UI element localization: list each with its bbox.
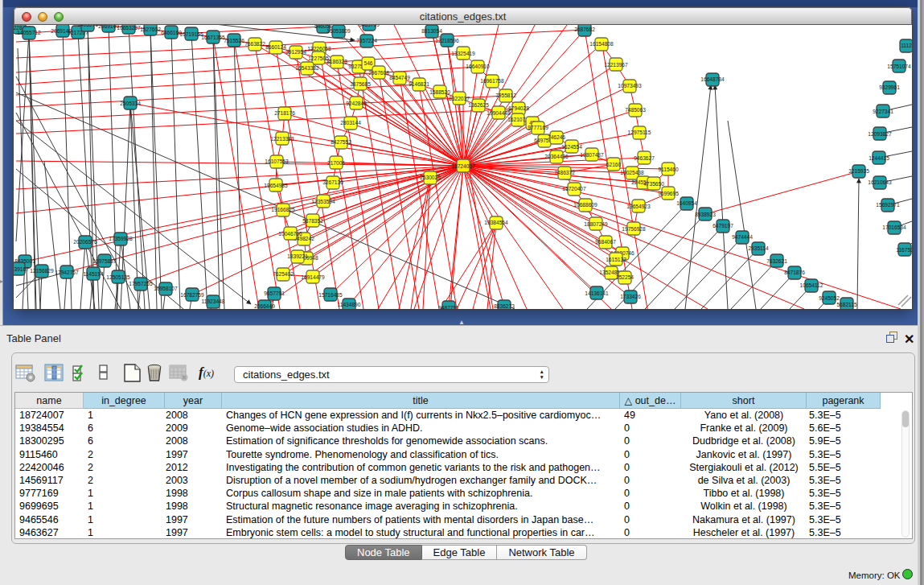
svg-text:12975115: 12975115	[628, 130, 651, 135]
svg-text:2803144: 2803144	[340, 120, 361, 126]
svg-text:18724007: 18724007	[451, 163, 475, 169]
svg-text:1244415: 1244415	[869, 155, 889, 161]
svg-text:1112: 1112	[901, 43, 912, 48]
svg-text:12093827: 12093827	[868, 131, 892, 137]
svg-text:7485063: 7485063	[625, 107, 646, 113]
svg-text:17016534: 17016534	[882, 225, 906, 230]
svg-text:17359928: 17359928	[109, 236, 133, 241]
svg-text:7632621: 7632621	[766, 258, 787, 264]
svg-text:8454749: 8454749	[389, 75, 410, 80]
svg-text:16914479: 16914479	[301, 274, 325, 280]
svg-text:15751074: 15751074	[887, 64, 911, 69]
svg-text:9115460: 9115460	[658, 167, 679, 172]
svg-text:16210643: 16210643	[868, 179, 892, 185]
svg-text:10807487: 10807487	[580, 152, 604, 158]
svg-text:14136141: 14136141	[585, 290, 609, 296]
svg-text:252254: 252254	[616, 274, 634, 280]
svg-text:16053809: 16053809	[326, 28, 351, 34]
svg-text:12213383: 12213383	[270, 136, 294, 142]
svg-text:1362625: 1362625	[468, 102, 489, 108]
svg-text:20206576: 20206576	[73, 239, 97, 245]
svg-text:16154808: 16154808	[589, 41, 614, 47]
svg-text:17942757: 17942757	[55, 270, 79, 275]
svg-text:7625402: 7625402	[273, 271, 294, 277]
svg-text:1405571: 1405571	[77, 25, 98, 27]
svg-text:10973493: 10973493	[618, 83, 642, 89]
svg-text:16107553: 16107553	[265, 159, 289, 164]
svg-text:6794028: 6794028	[508, 105, 529, 111]
svg-text:10688609: 10688609	[573, 202, 598, 208]
svg-text:20364436: 20364436	[544, 154, 569, 159]
svg-text:7357224: 7357224	[356, 38, 377, 43]
svg-text:10046766: 10046766	[278, 231, 302, 237]
svg-text:9474444: 9474444	[732, 234, 753, 240]
svg-text:8427552: 8427552	[331, 139, 351, 145]
svg-text:14055712: 14055712	[17, 30, 41, 35]
svg-text:15716485: 15716485	[318, 292, 343, 298]
svg-text:10654112: 10654112	[800, 282, 823, 288]
svg-text:2935114: 2935114	[748, 245, 769, 251]
svg-text:2967608: 2967608	[368, 70, 389, 76]
svg-text:12505135: 12505135	[106, 274, 130, 280]
svg-text:19654985: 19654985	[264, 183, 288, 188]
svg-text:19166825: 19166825	[271, 207, 295, 212]
svg-text:15692971: 15692971	[876, 202, 900, 208]
svg-text:19904448: 19904448	[487, 110, 511, 116]
svg-text:19975887: 19975887	[92, 258, 117, 264]
svg-text:9463627: 9463627	[634, 155, 655, 161]
svg-text:8489709: 8489709	[359, 25, 380, 27]
svg-text:2530025: 2530025	[420, 175, 441, 180]
svg-text:3912954: 3912954	[285, 49, 306, 55]
svg-text:2069140: 2069140	[98, 25, 119, 29]
svg-text:12353594: 12353594	[311, 199, 335, 204]
svg-text:1145194: 1145194	[83, 271, 104, 277]
svg-text:10025438: 10025438	[620, 170, 644, 175]
svg-text:11923448: 11923448	[202, 299, 225, 304]
svg-text:19756928: 19756928	[622, 226, 646, 232]
svg-text:1621072: 1621072	[507, 117, 528, 122]
svg-text:9684067: 9684067	[595, 239, 616, 245]
svg-text:7515526: 7515526	[224, 38, 244, 43]
svg-text:7955812: 7955812	[495, 93, 516, 98]
svg-text:11434890: 11434890	[338, 302, 361, 307]
svg-text:7486372: 7486372	[554, 170, 575, 175]
svg-text:12213967: 12213967	[604, 62, 628, 68]
svg-text:16640910: 16640910	[466, 64, 490, 69]
svg-text:1733426: 1733426	[620, 294, 641, 299]
svg-text:9657791: 9657791	[264, 290, 285, 296]
svg-text:5682115: 5682115	[836, 302, 857, 307]
svg-text:1527602: 1527602	[140, 27, 161, 32]
svg-text:3875685: 3875685	[350, 81, 371, 87]
svg-text:15720407: 15720407	[562, 186, 586, 192]
svg-text:8186328: 8186328	[326, 59, 347, 64]
svg-text:217006: 217006	[327, 160, 345, 166]
svg-text:13325419: 13325419	[451, 51, 475, 56]
svg-text:8836273: 8836273	[494, 303, 515, 309]
svg-text:7663822: 7663822	[244, 41, 265, 47]
svg-text:10958107: 10958107	[154, 286, 178, 291]
svg-text:9146821: 9146821	[409, 81, 429, 87]
svg-text:16543382: 16543382	[295, 65, 319, 71]
svg-text:2066449: 2066449	[254, 303, 275, 309]
svg-text:16648784: 16648784	[700, 76, 725, 82]
svg-text:18807249: 18807249	[584, 221, 608, 227]
svg-text:9227341: 9227341	[873, 109, 893, 114]
svg-text:16782759: 16782759	[180, 292, 204, 298]
svg-text:4735650: 4735650	[643, 181, 664, 187]
svg-text:1624554: 1624554	[561, 144, 582, 150]
svg-text:13226058: 13226058	[307, 46, 331, 51]
svg-text:10719155: 10719155	[179, 31, 203, 37]
svg-text:17957255: 17957255	[129, 281, 153, 286]
svg-text:16671355: 16671355	[201, 35, 225, 40]
svg-text:2687682: 2687682	[574, 27, 595, 32]
svg-text:8660124: 8660124	[265, 44, 286, 50]
svg-text:6479197: 6479197	[713, 223, 733, 229]
svg-text:1640954: 1640954	[676, 200, 697, 206]
svg-text:9329961: 9329961	[879, 84, 900, 90]
svg-text:12218596: 12218596	[435, 38, 459, 43]
svg-text:9487791: 9487791	[438, 305, 459, 309]
svg-text:62160: 62160	[606, 162, 622, 167]
svg-text:19654923: 19654923	[626, 204, 651, 209]
svg-text:5878352: 5878352	[302, 218, 323, 224]
svg-text:8938923: 8938923	[695, 212, 716, 217]
